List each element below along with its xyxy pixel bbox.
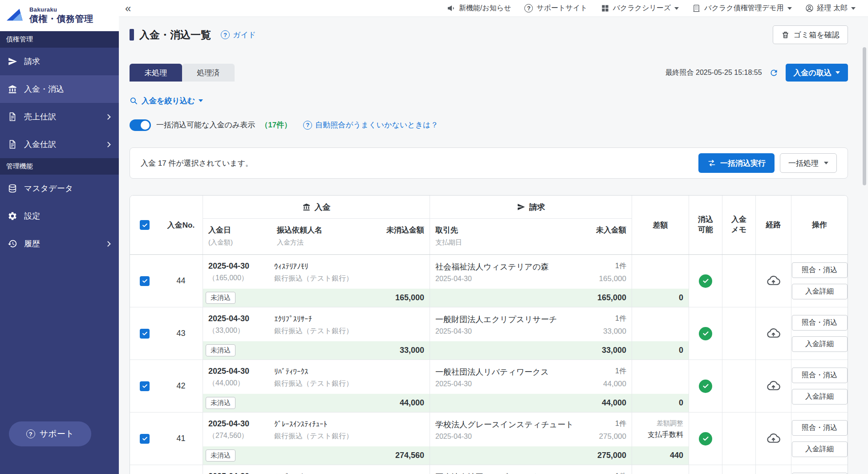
transfer-icon [707, 159, 716, 168]
chevron-down-icon [851, 7, 856, 10]
row-summary: 未消込274,560 275,000 440 [203, 446, 689, 465]
select-all-checkbox[interactable] [140, 220, 150, 230]
page-content: 入金・消込一覧 ? ガイド ゴミ箱を確認 未処理 処理済 最終照合 2025-0… [119, 17, 868, 474]
deposit-detail-button[interactable]: 入金詳細 [792, 336, 848, 352]
topbar-item-support-site[interactable]: ? サポートサイト [524, 4, 587, 13]
filter-deposits-link[interactable]: 入金を絞り込む [130, 96, 203, 106]
unpaid-total: 275,000 [597, 451, 626, 460]
payment-method: 銀行振込（テスト銀行） [274, 274, 355, 283]
memo-cell [722, 413, 755, 465]
chevron-right-icon [105, 142, 111, 147]
trash-icon [781, 31, 790, 39]
deposit-amount: （44,000） [208, 379, 272, 388]
topbar-item-series-menu[interactable]: バクラクシリーズ [601, 4, 679, 13]
question-icon: ? [524, 4, 533, 12]
deposit-detail-button[interactable]: 入金詳細 [792, 441, 848, 457]
status-badge: 未消込 [206, 292, 235, 304]
cloud-upload-icon [766, 379, 781, 393]
sidebar-item-deposits[interactable]: 入金・消込 [0, 75, 119, 103]
bulk-action-button[interactable]: 一括処理 [780, 153, 837, 173]
payment-method: 銀行振込（テスト銀行） [274, 379, 355, 388]
memo-cell [722, 307, 755, 360]
support-button[interactable]: ? サポート [9, 421, 91, 446]
customer-name: 一般社団法人リバティワークス [435, 367, 576, 377]
clearable-only-toggle[interactable] [130, 119, 151, 131]
row-summary: 未消込165,000 165,000 0 [203, 289, 689, 307]
collapse-sidebar-icon[interactable]: « [125, 3, 131, 14]
row-checkbox[interactable] [140, 329, 150, 339]
row-checkbox[interactable] [140, 381, 150, 391]
chevron-down-icon [674, 7, 679, 10]
invoice-count: 1件 [615, 419, 626, 429]
sidebar-item-label: マスタデータ [24, 183, 73, 194]
diff-amount: 0 [679, 346, 683, 355]
sidebar-item-settings[interactable]: 設定 [0, 202, 119, 230]
sidebar-item-label: 入金・消込 [24, 84, 64, 94]
invoice-count: 1件 [615, 472, 626, 474]
due-date: 2025-04-30 [435, 327, 576, 335]
sidebar-item-deposit-journal[interactable]: 入金仕訳 [0, 131, 119, 158]
deposit-amount: （33,000） [208, 326, 272, 335]
sidebar-item-label: 履歴 [24, 238, 40, 249]
bank-icon [302, 203, 311, 211]
topbar-item-news[interactable]: 新機能/お知らせ [447, 4, 511, 13]
cloud-upload-icon [766, 326, 781, 341]
question-icon: ? [221, 30, 230, 39]
memo-cell [722, 255, 755, 307]
sidebar-item-label: 売上仕訳 [24, 111, 56, 122]
clearable-count: （17件） [260, 120, 292, 130]
title-marker [130, 29, 134, 41]
invoice-count: 1件 [615, 367, 626, 376]
sidebar-item-master-data[interactable]: マスタデータ [0, 175, 119, 202]
tab-unprocessed[interactable]: 未処理 [130, 64, 182, 82]
deposit-date: 2025-04-30 [208, 262, 272, 271]
sidebar-item-sales-journal[interactable]: 売上仕訳 [0, 103, 119, 131]
paper-plane-icon [517, 203, 525, 211]
status-badge: 未消込 [206, 397, 235, 409]
unpaid-amount: 165,000 [599, 274, 626, 283]
payment-method: 銀行振込（テスト銀行） [274, 432, 355, 441]
bulk-clear-button[interactable]: 一括消込実行 [698, 153, 775, 173]
trash-button[interactable]: ゴミ箱を確認 [773, 25, 848, 44]
match-clear-button[interactable]: 照合・消込 [792, 420, 848, 436]
payment-no: 41 [159, 413, 203, 465]
row-summary: 未消込33,000 33,000 0 [203, 341, 689, 360]
customer-name: 社会福祉法人ウィステリアの森 [435, 262, 576, 272]
chevron-down-icon [836, 71, 840, 74]
sidebar-item-history[interactable]: 履歴 [0, 230, 119, 257]
table-header: 入金No. 入金 請求 差額 消込可能 入金メモ 経路 操作 入金 [130, 196, 848, 255]
unmatched-total: 274,560 [395, 451, 424, 460]
header-clearable: 消込可能 [689, 196, 722, 254]
tab-processed[interactable]: 処理済 [182, 64, 235, 82]
row-checkbox[interactable] [140, 434, 150, 444]
clearable-check-icon [699, 380, 712, 393]
scrollbar[interactable] [863, 47, 866, 185]
guide-link[interactable]: ? ガイド [221, 30, 256, 40]
match-clear-button[interactable]: 照合・消込 [792, 262, 848, 278]
auto-match-help-link[interactable]: ? 自動照合がうまくいかないときは？ [303, 120, 438, 130]
header-difference: 差額 [632, 196, 689, 254]
unmatched-total: 165,000 [395, 293, 424, 302]
toggle-label: 一括消込可能な入金のみ表示 [156, 120, 255, 130]
header-route: 経路 [755, 196, 791, 254]
database-icon [7, 183, 18, 194]
status-badge: 未消込 [206, 449, 235, 462]
customer-name: 医療法人社団ノーブルハート [435, 472, 576, 474]
diff-adjust-label: 差額調整 [657, 419, 683, 428]
import-deposits-button[interactable]: 入金の取込 [786, 64, 848, 82]
sidebar-item-label: 請求 [24, 56, 40, 67]
header-unpaid-amount: 未入金額 [576, 219, 632, 254]
app-logo[interactable]: Bakuraku 債権・債務管理 [0, 0, 119, 31]
match-clear-button[interactable]: 照合・消込 [792, 368, 848, 383]
refresh-icon[interactable] [769, 68, 779, 78]
topbar-item-user-menu[interactable]: 経理 太郎 [805, 4, 856, 13]
match-clear-button[interactable]: 照合・消込 [792, 315, 848, 331]
chevron-right-icon [105, 114, 111, 120]
deposit-date: 2025-04-30 [208, 367, 272, 376]
sidebar-item-billing[interactable]: 請求 [0, 48, 119, 75]
topbar-item-tenant-menu[interactable]: バクラク債権管理デモ用 [692, 4, 791, 13]
row-checkbox[interactable] [140, 276, 150, 286]
deposit-detail-button[interactable]: 入金詳細 [792, 284, 848, 299]
deposit-detail-button[interactable]: 入金詳細 [792, 389, 848, 405]
payment-method: 銀行振込（テスト銀行） [274, 327, 355, 336]
